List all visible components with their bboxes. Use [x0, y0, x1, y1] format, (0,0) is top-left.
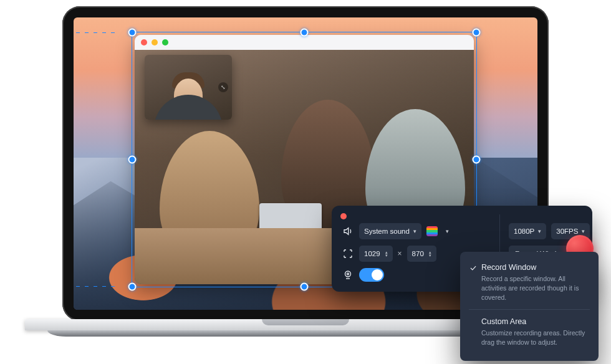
chevron-down-icon: ▾	[582, 228, 585, 234]
menu-item-description: Customize recording areas. Directly drag…	[481, 328, 589, 347]
menu-item-label: Record Window	[481, 263, 589, 272]
resolution-select[interactable]: 1080P ▾	[509, 223, 546, 239]
webcam-overlay[interactable]: ⤡	[145, 55, 232, 120]
svg-point-0	[345, 271, 351, 277]
resize-handle-n[interactable]	[301, 29, 309, 37]
fps-value: 30FPS	[556, 228, 578, 235]
resize-handle-sw[interactable]	[128, 283, 137, 291]
traffic-light-minimize-icon[interactable]	[152, 39, 158, 46]
check-icon	[469, 264, 478, 272]
webcam-person-illustration	[154, 95, 223, 120]
menu-item-description: Record a specific window. All activities…	[481, 274, 589, 303]
panel-close-icon[interactable]	[340, 213, 347, 219]
toggle-knob	[372, 269, 383, 280]
audio-source-select[interactable]: System sound ▾	[359, 223, 421, 239]
resize-handle-s[interactable]	[301, 283, 309, 291]
traffic-light-zoom-icon[interactable]	[162, 39, 168, 46]
resize-handle-e[interactable]	[473, 156, 481, 164]
chevron-down-icon[interactable]: ▾	[446, 228, 449, 234]
resolution-value: 1080P	[514, 228, 534, 235]
record-mode-menu[interactable]: Record Window Record a specific window. …	[460, 252, 599, 361]
resize-handle-nw[interactable]	[128, 29, 137, 37]
webcam-toggle[interactable]	[359, 268, 384, 282]
resize-handle-ne[interactable]	[473, 29, 481, 37]
height-stepper[interactable]: 870 ▴▾	[407, 246, 436, 262]
width-value: 1029	[364, 250, 380, 257]
menu-item-record-window[interactable]: Record Window Record a specific window. …	[469, 259, 590, 309]
target-window-titlebar[interactable]	[135, 35, 474, 50]
speaker-icon	[342, 226, 354, 237]
webcam-icon	[342, 269, 354, 280]
resize-handle-w[interactable]	[128, 156, 137, 164]
traffic-light-close-icon[interactable]	[141, 39, 147, 46]
height-value: 870	[412, 250, 424, 257]
svg-point-1	[347, 273, 349, 275]
crop-icon	[342, 248, 354, 259]
menu-item-custom-area[interactable]: Custom Area Customize recording areas. D…	[469, 309, 590, 353]
audio-source-value: System sound	[364, 228, 410, 235]
audio-level-icon	[426, 226, 438, 236]
chevron-down-icon: ▾	[413, 228, 416, 234]
width-stepper[interactable]: 1029 ▴▾	[359, 246, 393, 262]
move-handle-icon[interactable]: ⤡	[218, 82, 228, 92]
dimension-separator: ×	[398, 249, 402, 258]
menu-item-label: Custom Area	[481, 317, 589, 326]
chevron-down-icon: ▾	[538, 228, 541, 234]
